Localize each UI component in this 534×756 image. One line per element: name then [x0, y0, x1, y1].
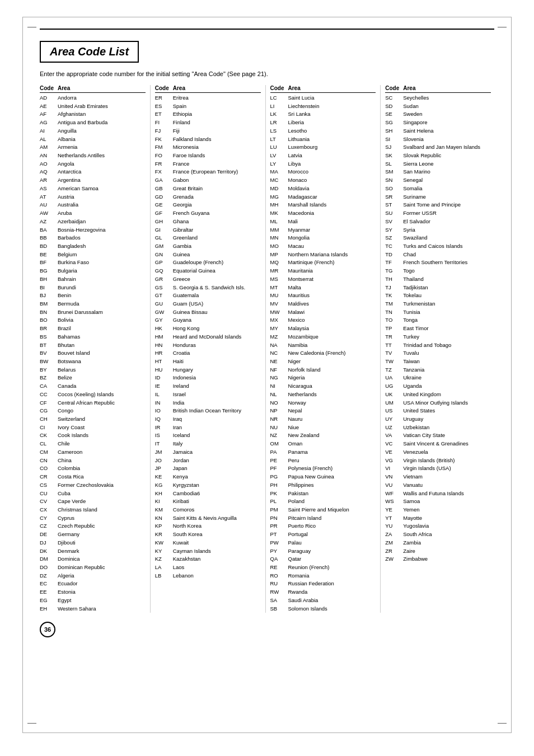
area-code: CG	[40, 407, 55, 415]
area-name: Burundi	[58, 284, 146, 292]
column-2: CodeAreaEREritreaESSpainETEthiopiaFIFinl…	[155, 85, 266, 613]
area-code: AO	[40, 160, 55, 168]
table-row: TMTurkmenistan	[385, 300, 491, 308]
area-name: Nicaragua	[288, 382, 376, 391]
area-code: CI	[40, 424, 55, 432]
area-name: Ecuador	[58, 580, 146, 588]
area-code: NI	[270, 382, 286, 391]
table-row: LBLebanon	[155, 572, 261, 580]
area-name: Tunisia	[403, 308, 491, 317]
area-code: MX	[270, 316, 286, 325]
table-row: PRPuerto Rico	[270, 522, 376, 530]
area-name: Greece	[173, 275, 261, 284]
area-code: AM	[40, 143, 55, 152]
col-header-area: Area	[403, 85, 491, 91]
area-name: Norfolk Island	[288, 366, 376, 374]
area-code: BM	[40, 300, 55, 308]
area-code: GN	[155, 251, 171, 259]
table-row: QAQatar	[270, 555, 376, 564]
table-row: AMArmenia	[40, 143, 146, 152]
table-row: LKSri Lanka	[270, 110, 376, 119]
table-row: YEYemen	[385, 506, 491, 514]
table-row: AFAfghanistan	[40, 110, 146, 119]
table-row: CGCongo	[40, 407, 146, 415]
area-code: PM	[270, 506, 286, 514]
area-name: Oman	[288, 440, 376, 448]
area-name: Georgia	[173, 201, 261, 209]
area-name: Israel	[173, 391, 261, 399]
area-code: EG	[40, 597, 55, 605]
table-row: AEUnited Arab Emirates	[40, 102, 146, 111]
area-code: KM	[155, 506, 171, 514]
area-code: ZW	[385, 555, 401, 564]
table-row: USUnited States	[385, 407, 491, 415]
area-code: FK	[155, 135, 171, 144]
area-code: UK	[385, 391, 401, 399]
area-name: Svalbard and Jan Mayen Islands	[403, 143, 491, 152]
col-header-code: Code	[385, 85, 401, 91]
area-name: Iraq	[173, 415, 261, 424]
area-name: Ukraine	[403, 374, 491, 382]
column-4: CodeAreaSCSeychellesSDSudanSESwedenSGSin…	[385, 85, 494, 613]
area-name: Great Britain	[173, 185, 261, 193]
area-name: Jamaica	[173, 448, 261, 457]
area-code: LV	[270, 152, 286, 160]
area-code: KI	[155, 497, 171, 506]
area-name: United States	[403, 407, 491, 415]
table-row: HTHaiti	[155, 358, 261, 366]
table-row: ZMZambia	[385, 539, 491, 547]
area-name: Fiji	[173, 127, 261, 135]
area-name: Netherlands Antilles	[58, 152, 146, 160]
table-row: BOBolivia	[40, 316, 146, 325]
area-code: LI	[270, 102, 286, 111]
area-code: HN	[155, 341, 171, 350]
table-row: AZAzerbaidjan	[40, 218, 146, 226]
area-code: UG	[385, 382, 401, 391]
area-name: Uzbekistan	[403, 424, 491, 432]
area-code: TW	[385, 358, 401, 366]
area-name: Brunei Darussalam	[58, 308, 146, 317]
area-code: UM	[385, 399, 401, 407]
table-row: RORomania	[270, 572, 376, 580]
area-name: Malta	[288, 284, 376, 292]
area-name: Vietnam	[403, 473, 491, 481]
table-row: LVLatvia	[270, 152, 376, 160]
area-name: Taiwan	[403, 358, 491, 366]
page-title: Area Code List	[50, 45, 129, 58]
area-name: Moldavia	[288, 185, 376, 193]
table-row: MOMacau	[270, 242, 376, 251]
table-row: UGUganda	[385, 382, 491, 391]
table-row: MPNorthern Mariana Islands	[270, 251, 376, 259]
area-name: Uruguay	[403, 415, 491, 424]
area-code: PT	[270, 530, 286, 539]
table-row: SYSyria	[385, 226, 491, 234]
area-code: SY	[385, 226, 401, 234]
table-row: NUNiue	[270, 424, 376, 432]
area-code: CH	[40, 415, 55, 424]
area-code: UY	[385, 415, 401, 424]
corner-mark-br: —	[498, 718, 507, 728]
area-name: South Africa	[403, 530, 491, 539]
table-row: OMOman	[270, 440, 376, 448]
area-name: New Zealand	[288, 431, 376, 440]
table-row: PEPeru	[270, 457, 376, 465]
area-name: Ivory Coast	[58, 424, 146, 432]
area-code: LS	[270, 127, 286, 135]
area-name: Pitcairn Island	[288, 514, 376, 523]
top-divider	[40, 29, 494, 30]
table-row: CXChristmas Island	[40, 506, 146, 514]
table-row: VUVanuatu	[385, 481, 491, 490]
table-row: KHCambodia6	[155, 490, 261, 498]
area-code: TV	[385, 349, 401, 358]
area-code: BW	[40, 358, 55, 366]
table-row: CNChina	[40, 457, 146, 465]
area-name: American Samoa	[58, 185, 146, 193]
col-header-code: Code	[40, 85, 55, 91]
table-row: KRSouth Korea	[155, 530, 261, 539]
area-name: Belarus	[58, 366, 146, 374]
page-number: 36	[40, 622, 55, 637]
col-header-area: Area	[173, 85, 261, 91]
area-name: Kyrgyzstan	[173, 481, 261, 490]
area-code: BD	[40, 242, 55, 251]
table-row: BWBotswana	[40, 358, 146, 366]
